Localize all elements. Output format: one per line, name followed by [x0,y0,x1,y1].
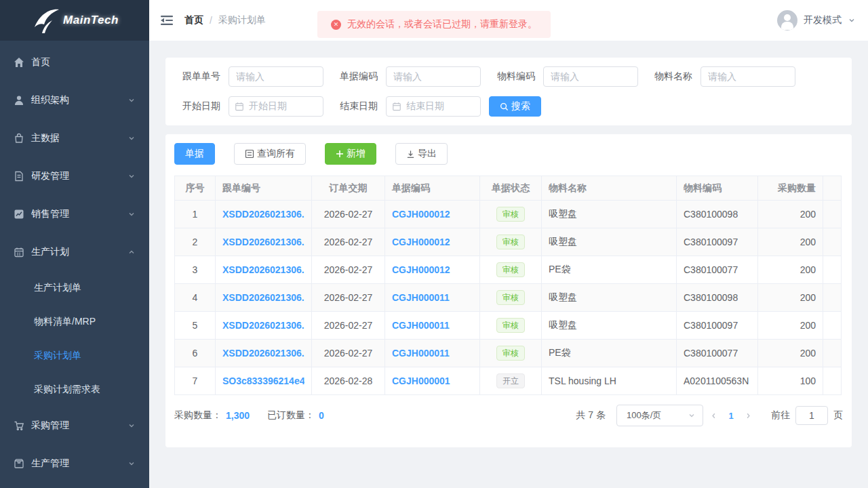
calendar-icon [14,247,24,258]
status-badge: 开立 [496,373,525,388]
query-all-button[interactable]: 查询所有 [234,143,306,165]
breadcrumb-home[interactable]: 首页 [184,14,203,26]
cell-doc: CGJH000012 [385,228,480,256]
filter-panel: 跟单单号 单据编码 物料编码 物料名称 开始日期 开始日期 结束日期 [165,58,852,125]
doc-link[interactable]: CGJH000012 [392,209,473,220]
cell-material: 吸塑盘 [542,201,677,228]
table-footer: 采购数量： 1,300 已订数量： 0 共 7 条 100条/页 1 [174,405,843,426]
cell-seq: 5 [175,312,216,340]
doc-link[interactable]: CGJH000011 [392,348,473,359]
tracking-link[interactable]: XSDD2026021306.. [222,237,304,247]
cell-doc: CGJH000011 [385,312,480,340]
error-circle-icon: ✕ [331,20,341,30]
sidebar-item-label: 研发管理 [31,170,127,182]
next-page-icon[interactable] [738,412,759,420]
prev-page-icon[interactable] [703,412,724,420]
cell-seq: 1 [175,201,216,228]
doc-link[interactable]: CGJH000012 [392,237,473,247]
tracking-link[interactable]: XSDD2026021306.. [222,320,304,331]
cell-status: 审核 [480,284,542,312]
purchase-plan-table: 序号 跟单编号 订单交期 单据编码 单据状态 物料名称 物料编码 采购数量 [174,176,842,395]
cell-seq: 6 [175,340,216,367]
start-date-label: 开始日期 [174,100,220,113]
user-menu[interactable]: 开发模式 [777,10,856,30]
ordered-qty-label: 已订数量： [267,409,315,422]
table-row[interactable]: 5 XSDD2026021306.. 2026-02-27 CGJH000011… [175,312,842,340]
purchase-qty-label: 采购数量： [174,409,222,422]
cell-delivery: 2026-02-27 [312,256,385,284]
main-content: 跟单单号 单据编码 物料编码 物料名称 开始日期 开始日期 结束日期 [149,41,868,488]
table-row[interactable]: 3 XSDD2026021306.. 2026-02-27 CGJH000012… [175,256,842,284]
table-row[interactable]: 7 SO3c833396214e40 2026-02-28 CGJH000001… [175,367,842,395]
goto-page-input[interactable] [795,406,828,425]
end-date-placeholder: 结束日期 [406,100,444,113]
sidebar-item-label: 组织架构 [31,94,127,106]
cell-tracking: XSDD2026021306.. [216,284,312,312]
cell-code: C380100097 [677,228,758,256]
chevron-down-icon [127,172,136,180]
tracking-link[interactable]: XSDD2026021306.. [222,209,304,220]
sidebar-item-rnd[interactable]: 研发管理 [0,157,149,195]
breadcrumb-separator: / [210,15,212,26]
table-row[interactable]: 6 XSDD2026021306.. 2026-02-27 CGJH000011… [175,340,842,367]
sidebar-item-org[interactable]: 组织架构 [0,81,149,119]
calendar-icon [392,102,401,111]
material-code-input[interactable] [543,66,638,87]
cell-status: 审核 [480,340,542,367]
chevron-down-icon [848,16,856,24]
chevron-down-icon [127,460,136,468]
sidebar-item-label: 销售管理 [31,208,127,220]
doc-link[interactable]: CGJH000012 [392,264,473,275]
page-size-select[interactable]: 100条/页 [616,405,703,426]
purchase-qty-value: 1,300 [226,410,250,421]
cell-tracking: XSDD2026021306.. [216,228,312,256]
table-row[interactable]: 4 XSDD2026021306.. 2026-02-27 CGJH000011… [175,284,842,312]
package-icon [14,458,24,469]
table-row[interactable]: 2 XSDD2026021306.. 2026-02-27 CGJH000012… [175,228,842,256]
tracking-link[interactable]: XSDD2026021306.. [222,348,304,359]
start-date-input[interactable]: 开始日期 [229,96,323,117]
cell-material: 吸塑盘 [542,312,677,340]
doc-code-input[interactable] [386,66,481,87]
query-all-label: 查询所有 [257,148,295,160]
document-button[interactable]: 单据 [174,143,215,165]
col-header-qty: 采购数量 [758,176,823,201]
document-icon [14,171,24,182]
table-row[interactable]: 1 XSDD2026021306.. 2026-02-27 CGJH000012… [175,201,842,228]
page-number-1[interactable]: 1 [724,411,738,421]
status-badge: 审核 [496,318,525,333]
material-name-input[interactable] [701,66,795,87]
cell-seq: 3 [175,256,216,284]
tracking-link[interactable]: SO3c833396214e40 [222,375,304,386]
material-code-label: 物料编码 [489,70,535,83]
end-date-input[interactable]: 结束日期 [386,96,481,117]
tracking-link[interactable]: XSDD2026021306.. [222,264,304,275]
sidebar-item-purchasing[interactable]: 采购管理 [0,407,149,445]
start-date-placeholder: 开始日期 [249,100,287,113]
sidebar-subitem-purchase-plan-demand[interactable]: 采购计划需求表 [0,373,149,407]
sidebar-item-home[interactable]: 首页 [0,43,149,81]
tracking-no-input[interactable] [229,66,323,87]
sidebar-subitem-bom-mrp[interactable]: 物料清单/MRP [0,305,149,339]
doc-link[interactable]: CGJH000001 [392,375,473,386]
tracking-link[interactable]: XSDD2026021306.. [222,292,304,303]
export-button[interactable]: 导出 [395,143,448,165]
sidebar-subitem-purchase-plan-order[interactable]: 采购计划单 [0,339,149,373]
sidebar-item-label: 首页 [31,56,136,68]
doc-link[interactable]: CGJH000011 [392,292,473,303]
doc-link[interactable]: CGJH000011 [392,320,473,331]
chevron-down-icon [127,210,136,218]
add-button[interactable]: 新增 [325,143,376,165]
cell-tracking: XSDD2026021306.. [216,340,312,367]
sidebar-item-master-data[interactable]: 主数据 [0,119,149,157]
sidebar-subitem-production-plan-order[interactable]: 生产计划单 [0,271,149,305]
search-button[interactable]: 搜索 [489,96,541,117]
sidebar-item-sales[interactable]: 销售管理 [0,195,149,233]
chevron-down-icon [127,134,136,142]
col-header-doc: 单据编码 [385,176,480,201]
sidebar-item-production-plan[interactable]: 生产计划 [0,233,149,271]
cell-spacer [823,340,842,367]
sidebar-item-manufacturing[interactable]: 生产管理 [0,445,149,483]
sidebar-item-label: 采购管理 [31,420,127,432]
sidebar-fold-icon[interactable] [160,14,174,26]
